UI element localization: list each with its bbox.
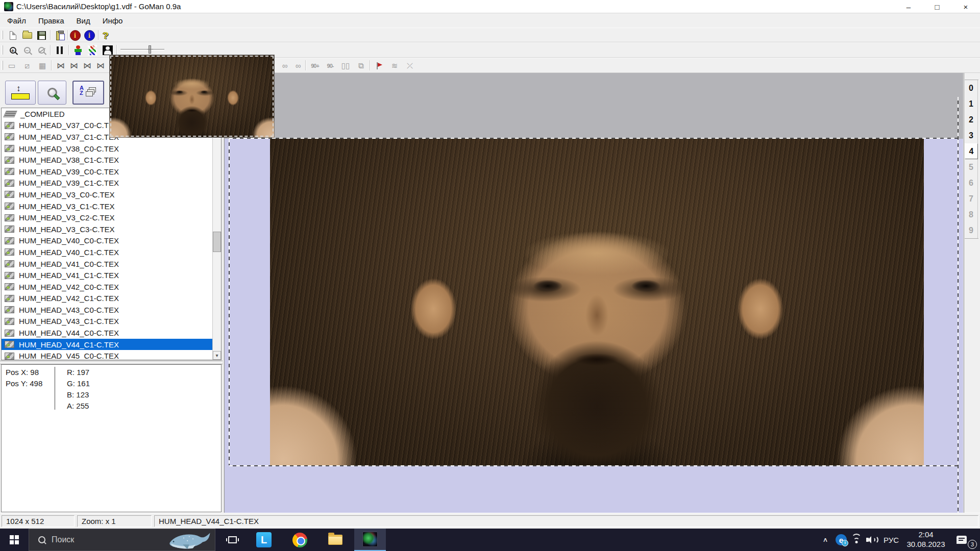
task-view-button[interactable] bbox=[216, 529, 248, 551]
start-button[interactable] bbox=[0, 529, 29, 551]
list-item-label: HUM_HEAD_V42_C1-C.TEX bbox=[19, 294, 119, 303]
new-button[interactable] bbox=[6, 29, 19, 42]
group-label: _COMPILED bbox=[20, 110, 65, 118]
help-button[interactable]: ? bbox=[99, 29, 112, 42]
texture-file-icon bbox=[5, 330, 14, 337]
scrollbar-thumb[interactable] bbox=[213, 232, 221, 252]
list-item[interactable]: HUM_HEAD_V42_C0-C.TEX bbox=[2, 281, 212, 293]
pixel-info-panel: Pos X: 98 Pos Y: 498 R: 197 G: 161 B: 12… bbox=[1, 364, 222, 512]
zoom-out-icon: − bbox=[24, 47, 31, 54]
info-blue-button[interactable]: i bbox=[83, 29, 96, 42]
close-button[interactable]: × bbox=[951, 0, 980, 13]
texture-image[interactable] bbox=[270, 139, 924, 466]
tray-network[interactable] bbox=[849, 529, 864, 551]
menu-bar: Файл Правка Вид Инфо bbox=[0, 13, 980, 28]
panel-splitter[interactable] bbox=[0, 361, 223, 364]
clock[interactable]: 2:04 30.08.2023 bbox=[904, 529, 947, 551]
texture-file-icon bbox=[5, 318, 14, 325]
zoom-in-icon: + bbox=[10, 47, 16, 54]
menu-edit[interactable]: Правка bbox=[33, 14, 69, 27]
minimize-button[interactable]: – bbox=[894, 0, 923, 13]
tray-antivirus[interactable]: e bbox=[834, 529, 848, 551]
texture-file-icon bbox=[5, 180, 14, 187]
texture-file-icon bbox=[5, 353, 14, 360]
rotate-ccw-button: 90- bbox=[324, 59, 337, 72]
tray-volume[interactable] bbox=[865, 529, 880, 551]
taskbar-goman-active[interactable] bbox=[354, 529, 386, 551]
slider-knob[interactable] bbox=[149, 45, 151, 54]
mip-level-0[interactable]: 0 bbox=[965, 80, 978, 96]
list-item[interactable]: HUM_HEAD_V38_C0-C.TEX bbox=[2, 143, 212, 155]
list-item[interactable]: HUM_HEAD_V3_C0-C.TEX bbox=[2, 189, 212, 201]
magnifier-icon bbox=[47, 88, 57, 97]
bowtie-icon: ⋈ bbox=[96, 61, 105, 70]
pause-button[interactable] bbox=[53, 44, 66, 57]
menu-view[interactable]: Вид bbox=[71, 14, 95, 27]
list-item[interactable]: HUM_HEAD_V45_C0-C.TEX bbox=[2, 350, 212, 360]
list-item[interactable]: HUM_HEAD_V39_C0-C.TEX bbox=[2, 166, 212, 178]
tray-expand-button[interactable]: ∧ bbox=[819, 529, 832, 551]
taskbar-app-l[interactable]: L bbox=[248, 529, 280, 551]
scroll-down-arrow[interactable]: ▾ bbox=[213, 351, 221, 360]
view-figure-alpha-button[interactable] bbox=[86, 44, 99, 57]
action-center-button[interactable]: 3 bbox=[951, 529, 972, 551]
mip-level-2[interactable]: 2 bbox=[965, 112, 978, 128]
sort-az-button[interactable]: AZ bbox=[72, 81, 104, 105]
chevron-up-icon: ∧ bbox=[823, 536, 828, 543]
menu-info[interactable]: Инфо bbox=[97, 14, 128, 27]
taskbar-explorer[interactable] bbox=[320, 529, 351, 551]
mip-level-1[interactable]: 1 bbox=[965, 96, 978, 112]
separator bbox=[50, 30, 51, 40]
list-item[interactable]: HUM_HEAD_V3_C1-C.TEX bbox=[2, 201, 212, 212]
taskbar-chrome[interactable] bbox=[284, 529, 315, 551]
list-item[interactable]: HUM_HEAD_V43_C1-C.TEX bbox=[2, 316, 212, 328]
status-bar: 1024 x 512 Zoom: x 1 HUM_HEAD_V44_C1-C.T… bbox=[0, 513, 980, 529]
title-bar[interactable]: C:\Users\Василий\Desktop\g1.vdf - GoMan … bbox=[0, 0, 980, 13]
search-tool-button[interactable] bbox=[38, 81, 66, 105]
whale-shark-image bbox=[165, 531, 212, 550]
height-bar-icon: ↕ bbox=[11, 85, 30, 101]
open-button[interactable] bbox=[20, 29, 34, 42]
list-item[interactable]: HUM_HEAD_V40_C0-C.TEX bbox=[2, 235, 212, 247]
list-item[interactable]: HUM_HEAD_V39_C1-C.TEX bbox=[2, 178, 212, 189]
list-item[interactable]: HUM_HEAD_V40_C1-C.TEX bbox=[2, 246, 212, 258]
list-item-label: HUM_HEAD_V3_C3-C.TEX bbox=[19, 225, 115, 234]
maximize-button[interactable]: □ bbox=[923, 0, 951, 13]
list-item[interactable]: HUM_HEAD_V41_C0-C.TEX bbox=[2, 258, 212, 270]
height-tool-button[interactable]: ↕ bbox=[5, 81, 36, 105]
language-indicator[interactable]: РУС bbox=[880, 529, 902, 551]
mirror-horizontal-icon: ▯▯ bbox=[341, 61, 350, 70]
list-item[interactable]: HUM_HEAD_V44_C1-C.TEX bbox=[2, 339, 212, 350]
list-scrollbar[interactable]: ▴ ▾ bbox=[212, 108, 221, 360]
slider-track bbox=[120, 49, 164, 51]
l-app-icon: L bbox=[256, 532, 272, 547]
paste-button[interactable] bbox=[53, 29, 66, 42]
mip-level-4[interactable]: 4 bbox=[965, 143, 978, 159]
texture-file-icon bbox=[5, 133, 14, 140]
save-button[interactable] bbox=[35, 29, 48, 42]
list-item[interactable]: HUM_HEAD_V44_C0-C.TEX bbox=[2, 327, 212, 339]
list-item[interactable]: HUM_HEAD_V3_C2-C.TEX bbox=[2, 212, 212, 223]
list-item-label: HUM_HEAD_V3_C1-C.TEX bbox=[19, 202, 115, 211]
figure-color-icon bbox=[74, 45, 82, 55]
texture-file-icon bbox=[5, 272, 14, 279]
separator bbox=[305, 60, 306, 70]
taskbar-search[interactable]: Поиск bbox=[29, 529, 215, 551]
view-figure-button[interactable] bbox=[71, 44, 85, 57]
texture-file-icon bbox=[5, 248, 14, 256]
mip-level-3[interactable]: 3 bbox=[965, 128, 978, 143]
status-zoom: Zoom: x 1 bbox=[77, 515, 152, 527]
list-item[interactable]: HUM_HEAD_V43_C0-C.TEX bbox=[2, 304, 212, 316]
file-list-rows: _COMPILED HUM_HEAD_V37_C0-C.TEXHUM_HEAD_… bbox=[2, 108, 221, 360]
list-item[interactable]: HUM_HEAD_V3_C3-C.TEX bbox=[2, 223, 212, 235]
zoom-reset-button bbox=[35, 44, 48, 57]
list-item[interactable]: HUM_HEAD_V41_C1-C.TEX bbox=[2, 269, 212, 281]
texture-file-icon bbox=[5, 283, 14, 290]
zoom-in-button[interactable]: + bbox=[6, 44, 19, 57]
list-item[interactable]: HUM_HEAD_V42_C1-C.TEX bbox=[2, 293, 212, 305]
info-red-button[interactable]: i bbox=[68, 29, 82, 42]
texture-thumbnail[interactable] bbox=[109, 55, 275, 138]
flag-button[interactable] bbox=[373, 59, 386, 72]
menu-file[interactable]: Файл bbox=[2, 14, 31, 27]
list-item[interactable]: HUM_HEAD_V38_C1-C.TEX bbox=[2, 154, 212, 166]
